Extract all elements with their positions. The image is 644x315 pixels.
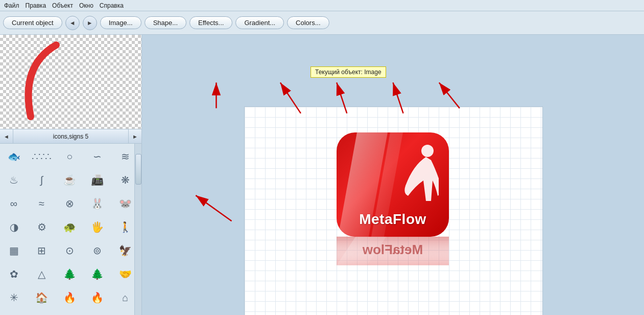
icon-cell-27[interactable]: 🌲 <box>57 262 82 286</box>
svg-point-2 <box>421 145 434 157</box>
svg-text:MetaFlow: MetaFlow <box>362 242 423 257</box>
menubar: Файл Правка Объект Окно Справка <box>0 0 644 11</box>
icon-cell-10[interactable]: ∞ <box>1 192 27 215</box>
icon-cell-3[interactable]: ∽ <box>85 145 110 168</box>
effects-button[interactable]: Effects... <box>189 16 232 29</box>
icon-cell-22[interactable]: ⊙ <box>57 239 82 262</box>
icon-cell-12[interactable]: ⊗ <box>57 192 82 215</box>
main-layout: ◄ icons,signs 5 ► 🐟∴∵∴○∽≋♨∫☕📠❋∞≈⊗🐰🐭◑⚙🐢🖐🚶… <box>0 35 644 315</box>
svg-line-11 <box>439 82 460 108</box>
icon-cell-28[interactable]: 🌲 <box>85 262 110 286</box>
image-button[interactable]: Image... <box>100 16 141 29</box>
icon-cell-32[interactable]: 🔥 <box>57 286 82 309</box>
reflection-svg: MetaFlow <box>337 237 449 265</box>
shape-button[interactable]: Shape... <box>145 16 186 29</box>
icon-cell-8[interactable]: 📠 <box>85 168 110 192</box>
icon-cell-13[interactable]: 🐰 <box>85 192 110 215</box>
icon-lib-prev-button[interactable]: ◄ <box>0 129 13 144</box>
icon-cell-31[interactable]: 🏠 <box>29 286 55 309</box>
scrollbar-track[interactable] <box>134 144 141 315</box>
icon-lib-next-button[interactable]: ► <box>128 129 141 144</box>
icon-cell-35[interactable]: ✦ <box>1 309 27 315</box>
menu-file[interactable]: Файл <box>4 2 19 9</box>
logo-text: MetaFlow <box>359 211 426 227</box>
menu-object[interactable]: Объект <box>52 2 73 9</box>
nav-forward-button[interactable]: ► <box>83 16 97 30</box>
icon-cell-21[interactable]: ⊞ <box>29 239 55 262</box>
icon-cell-33[interactable]: 🔥 <box>85 286 110 309</box>
toolbar: Current object ◄ ► Image... Shape... Eff… <box>0 11 644 35</box>
icon-cell-36[interactable]: 🌴 <box>29 309 55 315</box>
icon-cell-26[interactable]: △ <box>29 262 55 286</box>
logo-icon: MetaFlow <box>337 132 449 237</box>
scrollbar-thumb[interactable] <box>135 154 141 185</box>
menu-edit[interactable]: Правка <box>26 2 46 9</box>
icon-cell-25[interactable]: ✿ <box>1 262 27 286</box>
icon-cell-18[interactable]: 🖐 <box>85 215 110 239</box>
icon-cell-30[interactable]: ✳ <box>1 286 27 309</box>
svg-line-12 <box>196 195 231 221</box>
left-panel: ◄ icons,signs 5 ► 🐟∴∵∴○∽≋♨∫☕📠❋∞≈⊗🐰🐭◑⚙🐢🖐🚶… <box>0 35 142 315</box>
icons-grid: 🐟∴∵∴○∽≋♨∫☕📠❋∞≈⊗🐰🐭◑⚙🐢🖐🚶▦⊞⊙⊚🦅✿△🌲🌲🤝✳🏠🔥🔥⌂✦🌴𝕎… <box>0 144 141 315</box>
icon-cell-2[interactable]: ○ <box>57 145 82 168</box>
icon-cell-15[interactable]: ◑ <box>1 215 27 239</box>
icon-cell-20[interactable]: ▦ <box>1 239 27 262</box>
canvas-area: Текущий объект: Image <box>142 35 644 315</box>
nav-back-button[interactable]: ◄ <box>65 16 80 30</box>
gradient-button[interactable]: Gradient... <box>235 16 284 29</box>
icon-cell-0[interactable]: 🐟 <box>1 145 27 168</box>
current-object-button[interactable]: Current object <box>3 16 62 29</box>
logo-text-container: MetaFlow <box>337 211 449 228</box>
menu-help[interactable]: Справка <box>100 2 124 9</box>
logo-reflection: MetaFlow <box>337 237 449 265</box>
preview-curve-svg <box>15 40 71 122</box>
metaflow-logo: MetaFlow <box>337 132 449 265</box>
icon-cell-16[interactable]: ⚙ <box>29 215 55 239</box>
icon-cell-5[interactable]: ♨ <box>1 168 27 192</box>
tooltip: Текущий объект: Image <box>311 66 386 78</box>
icon-cell-23[interactable]: ⊚ <box>85 239 110 262</box>
icon-library-header: ◄ icons,signs 5 ► <box>0 129 141 144</box>
icon-cell-1[interactable]: ∴∵∴ <box>29 145 55 168</box>
icon-cell-7[interactable]: ☕ <box>57 168 82 192</box>
icon-cell-11[interactable]: ≈ <box>29 192 55 215</box>
icon-cell-6[interactable]: ∫ <box>29 168 55 192</box>
icon-cell-38[interactable]: 𝕎 <box>85 309 110 315</box>
menu-window[interactable]: Окно <box>79 2 93 9</box>
icon-cell-37[interactable]: 𝕎 <box>57 309 82 315</box>
preview-area <box>0 35 141 129</box>
workspace[interactable]: MetaFlow <box>244 106 543 315</box>
colors-button[interactable]: Colors... <box>287 16 329 29</box>
icons-grid-container: 🐟∴∵∴○∽≋♨∫☕📠❋∞≈⊗🐰🐭◑⚙🐢🖐🚶▦⊞⊙⊚🦅✿△🌲🌲🤝✳🏠🔥🔥⌂✦🌴𝕎… <box>0 144 141 315</box>
person-silhouette <box>398 145 439 211</box>
icon-cell-17[interactable]: 🐢 <box>57 215 82 239</box>
icon-library-title: icons,signs 5 <box>13 133 128 140</box>
